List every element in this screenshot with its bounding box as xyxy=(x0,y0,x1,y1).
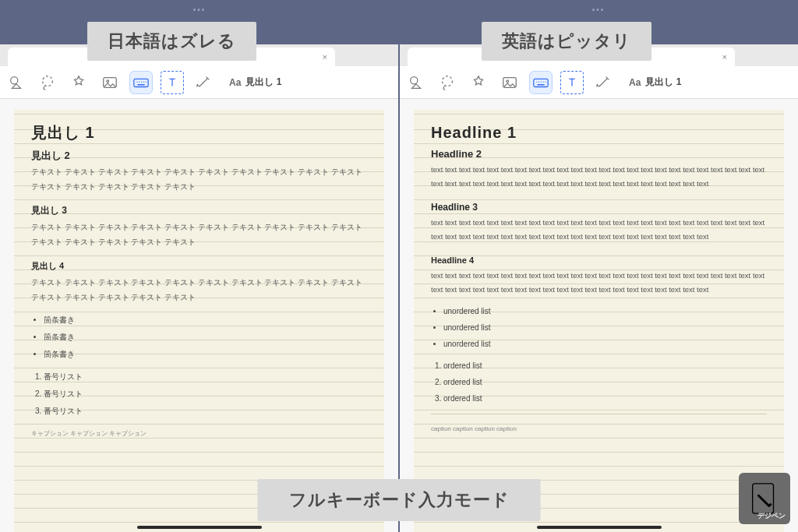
body-text: テキスト テキスト テキスト テキスト テキスト テキスト テキスト テキスト … xyxy=(31,164,367,194)
sticker-icon[interactable] xyxy=(67,71,90,94)
list-item: unordered list xyxy=(443,305,767,319)
close-icon[interactable]: × xyxy=(323,52,327,62)
list-item: 箇条書き xyxy=(44,329,367,344)
left-pane: × Aa 見出し 1 見出し 1 見出し 2 テキスト テキスト テキスト テキ… xyxy=(0,44,398,532)
image-icon[interactable] xyxy=(98,71,122,94)
close-icon[interactable]: × xyxy=(722,52,727,62)
document-page[interactable]: Headline 1 Headline 2 text text text tex… xyxy=(414,110,784,532)
body-text: text text text text text text text text … xyxy=(431,269,767,297)
list-item: unordered list xyxy=(443,337,767,351)
home-indicator[interactable] xyxy=(537,526,662,529)
toolbar: Aa 見出し 1 xyxy=(0,66,398,99)
textbox-icon[interactable] xyxy=(161,71,184,94)
svg-rect-9 xyxy=(534,79,548,86)
list-item: 番号リスト xyxy=(44,403,367,418)
svg-point-5 xyxy=(411,76,418,83)
drag-handle-icon[interactable]: ••• xyxy=(193,5,207,14)
body-text: text text text text text text text text … xyxy=(431,216,767,244)
toolbar: Aa 見出し 1 xyxy=(400,66,798,99)
body-text: text text text text text text text text … xyxy=(431,163,767,191)
image-icon[interactable] xyxy=(498,71,521,94)
list-item: 箇条書き xyxy=(44,347,367,361)
ordered-list: 番号リスト 番号リスト 番号リスト xyxy=(44,369,367,418)
watermark-logo: デジペン xyxy=(739,473,790,524)
text-style-label: 見出し 1 xyxy=(645,76,681,89)
heading-2: Headline 2 xyxy=(431,147,767,161)
canvas: Headline 1 Headline 2 text text text tex… xyxy=(400,99,798,532)
shapes-icon[interactable] xyxy=(404,71,428,94)
lasso-icon[interactable] xyxy=(36,71,59,94)
canvas: 見出し 1 見出し 2 テキスト テキスト テキスト テキスト テキスト テキス… xyxy=(0,99,398,532)
body-text: テキスト テキスト テキスト テキスト テキスト テキスト テキスト テキスト … xyxy=(31,275,367,305)
heading-3: Headline 3 xyxy=(431,200,767,214)
heading-4: 見出し 4 xyxy=(31,259,367,273)
text-style-prefix: Aa xyxy=(629,77,641,88)
svg-point-6 xyxy=(443,76,453,86)
sticker-icon[interactable] xyxy=(467,71,490,94)
textbox-icon[interactable] xyxy=(560,71,584,94)
laser-icon[interactable] xyxy=(591,71,615,94)
home-indicator[interactable] xyxy=(137,526,262,529)
lasso-icon[interactable] xyxy=(436,71,459,94)
list-item: ordered list xyxy=(443,359,767,373)
caption-text: キャプション キャプション キャプション xyxy=(31,426,367,441)
heading-2: 見出し 2 xyxy=(31,148,367,163)
keyboard-icon[interactable] xyxy=(529,71,553,94)
svg-point-1 xyxy=(43,76,53,86)
text-style-selector[interactable]: Aa 見出し 1 xyxy=(623,76,681,89)
heading-3: 見出し 3 xyxy=(31,203,367,218)
ordered-list: ordered list ordered list ordered list xyxy=(443,359,767,406)
shapes-icon[interactable] xyxy=(5,71,28,94)
text-style-label: 見出し 1 xyxy=(245,76,281,89)
right-pane: × Aa 見出し 1 Headline 1 Headline 2 text te… xyxy=(398,44,798,532)
unordered-list: 箇条書き 箇条書き 箇条書き xyxy=(44,312,367,361)
text-style-prefix: Aa xyxy=(229,77,241,88)
drag-handle-icon[interactable]: ••• xyxy=(592,5,606,14)
document-page[interactable]: 見出し 1 見出し 2 テキスト テキスト テキスト テキスト テキスト テキス… xyxy=(14,110,384,532)
list-item: ordered list xyxy=(443,375,767,389)
laser-icon[interactable] xyxy=(192,71,215,94)
divider xyxy=(431,414,767,414)
svg-point-8 xyxy=(507,79,509,82)
svg-rect-4 xyxy=(134,79,148,86)
list-item: 番号リスト xyxy=(44,369,367,384)
list-item: ordered list xyxy=(443,392,767,406)
list-item: 番号リスト xyxy=(44,386,367,401)
svg-point-3 xyxy=(107,79,109,82)
caption-text: caption caption caption caption xyxy=(431,422,767,436)
annotation-label-bottom: フルキーボード入力モード xyxy=(258,479,541,521)
heading-1: Headline 1 xyxy=(431,125,767,139)
svg-point-0 xyxy=(11,76,18,83)
watermark-text: デジペン xyxy=(757,511,786,521)
annotation-label-left: 日本語はズレる xyxy=(87,22,256,61)
text-style-selector[interactable]: Aa 見出し 1 xyxy=(223,76,281,89)
annotation-label-right: 英語はピッタリ xyxy=(482,22,651,61)
body-text: テキスト テキスト テキスト テキスト テキスト テキスト テキスト テキスト … xyxy=(31,220,367,249)
window-titlebar: ••• ••• xyxy=(0,0,798,19)
list-item: unordered list xyxy=(443,321,767,335)
unordered-list: unordered list unordered list unordered … xyxy=(443,305,767,351)
list-item: 箇条書き xyxy=(44,312,367,327)
heading-1: 見出し 1 xyxy=(31,125,367,140)
heading-4: Headline 4 xyxy=(431,253,767,267)
keyboard-icon[interactable] xyxy=(129,71,153,94)
